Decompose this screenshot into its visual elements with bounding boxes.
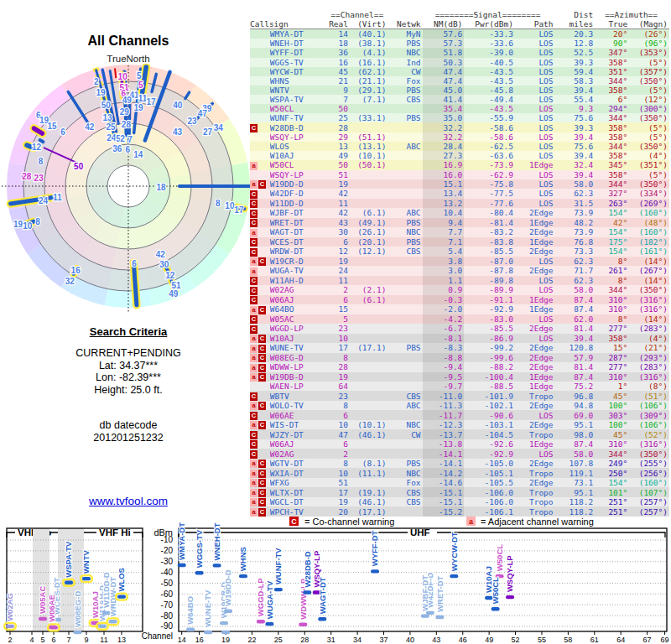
cell-miles: 58.0 bbox=[555, 449, 596, 459]
cell-real: 23 bbox=[328, 324, 350, 334]
co-channel-warning-badge: C bbox=[258, 364, 266, 372]
cell-real: 30 bbox=[328, 227, 350, 237]
table-row: CW05AC5-4.2-83.0LOS62.08°(14°) bbox=[250, 314, 669, 325]
cell-miles: 118.2 bbox=[555, 497, 596, 507]
cell-warnings: C bbox=[250, 429, 270, 439]
x-axis-tick-label: 14 bbox=[178, 636, 186, 644]
cell-azimuth-true: 90° bbox=[595, 39, 629, 48]
y-axis-tick-label: -30 bbox=[161, 557, 174, 566]
cell-netwk bbox=[388, 104, 422, 113]
cell-nm: 47.4 bbox=[423, 76, 465, 86]
co-channel-warning-badge: C bbox=[258, 373, 266, 382]
cell-miles: 12.8 bbox=[555, 39, 596, 48]
cell-real: 6 bbox=[328, 237, 350, 247]
cell-path: LOS bbox=[515, 257, 555, 267]
cell-miles: 39.4 bbox=[555, 132, 596, 142]
cell-pwr: -63.6 bbox=[464, 151, 515, 160]
cell-warnings bbox=[250, 39, 270, 48]
cell-nm: 27.3 bbox=[423, 151, 465, 160]
cell-warnings: C bbox=[250, 276, 270, 286]
table-row: aCWGCL-DT19(46.1)CBS-15.1-106.0Tropo118.… bbox=[250, 497, 669, 507]
cell-azimuth-true: 261° bbox=[595, 266, 629, 276]
radar-channel-label: 28 bbox=[22, 172, 32, 181]
co-channel-warning-badge: C bbox=[250, 287, 257, 295]
cell-warnings: C bbox=[250, 324, 270, 334]
cell-real: 51 bbox=[328, 170, 350, 179]
station-label: W06AE bbox=[47, 595, 56, 622]
cell-azimuth-true: 250° bbox=[595, 468, 629, 478]
cell-path: LOS bbox=[515, 48, 555, 57]
cell-nm: 15.1 bbox=[423, 179, 465, 190]
cell-path: LOS bbox=[515, 67, 555, 76]
cell-azimuth-true: 154° bbox=[595, 227, 629, 237]
cell-azimuth-true: 358° bbox=[595, 151, 629, 160]
cell-azimuth-magnetic: (182°) bbox=[629, 237, 669, 247]
cell-callsign: WGGS-TV bbox=[270, 58, 328, 67]
cell-path: 2Edge bbox=[515, 478, 555, 488]
cell-nm: -14.1 bbox=[423, 459, 465, 469]
station-marker bbox=[195, 571, 204, 574]
radar-channel-label: 34 bbox=[214, 123, 224, 132]
cell-netwk bbox=[388, 151, 422, 160]
cell-nm: -9.5 bbox=[423, 372, 465, 382]
cell-miles: 75.2 bbox=[555, 382, 596, 391]
cell-virt: (12.1) bbox=[350, 247, 388, 257]
x-axis-title: Channel bbox=[142, 631, 173, 641]
cell-miles: 95.1 bbox=[555, 420, 596, 430]
cell-miles: 75.6 bbox=[555, 113, 596, 122]
cell-azimuth-true: 347° bbox=[595, 48, 629, 57]
cell-miles: 107.8 bbox=[555, 459, 596, 469]
tvfool-link-wrap: www.tvfool.com bbox=[0, 495, 257, 507]
cell-nm: 3.0 bbox=[423, 266, 465, 276]
cell-azimuth-true: 1° bbox=[595, 382, 629, 391]
cell-netwk: CW bbox=[388, 67, 422, 76]
cell-netwk bbox=[388, 449, 422, 459]
x-axis-tick-label: 43 bbox=[432, 636, 440, 644]
station-label: WLOS bbox=[117, 568, 126, 592]
cell-miles: 69.0 bbox=[555, 410, 596, 420]
adjacent-warning-badge: a bbox=[250, 306, 257, 314]
cell-miles: 87.4 bbox=[555, 439, 596, 449]
cell-callsign: WOLO-TV bbox=[270, 401, 328, 411]
cell-pwr: -85.5 bbox=[464, 324, 515, 334]
cell-path: LOS bbox=[515, 314, 555, 325]
cell-miles: 31.5 bbox=[555, 199, 596, 209]
search-mode: CURRENT+PENDING bbox=[0, 347, 257, 360]
cell-azimuth-magnetic: (283°) bbox=[629, 324, 669, 334]
cell-virt bbox=[350, 257, 388, 267]
radar-channel-label: 27 bbox=[203, 127, 213, 137]
station-label: W08EG-D bbox=[73, 591, 82, 627]
cell-pwr: -39.0 bbox=[464, 48, 515, 57]
cell-virt: (10.1) bbox=[350, 420, 388, 430]
cell-azimuth-magnetic: (5°) bbox=[629, 170, 669, 179]
cell-pwr: -99.6 bbox=[464, 353, 515, 363]
cell-azimuth-true: 175° bbox=[595, 237, 629, 247]
cell-warnings bbox=[250, 142, 270, 151]
cell-azimuth-magnetic: (5°) bbox=[629, 86, 669, 95]
cell-nm: -2.0 bbox=[423, 304, 465, 314]
station-marker bbox=[303, 590, 311, 594]
adjacent-warning-badge: a bbox=[250, 345, 257, 353]
cell-callsign: W10AJ bbox=[270, 151, 328, 160]
cell-nm: -14.1 bbox=[423, 449, 465, 459]
cell-azimuth-true: 358° bbox=[595, 58, 629, 67]
station-marker bbox=[239, 574, 247, 578]
cell-nm: -8.8 bbox=[423, 353, 465, 363]
cell-azimuth-magnetic: (350°) bbox=[629, 179, 669, 190]
cell-azimuth-magnetic: (14°) bbox=[629, 276, 669, 286]
tvfool-link[interactable]: www.tvfool.com bbox=[89, 495, 168, 507]
cell-real: 43 bbox=[328, 218, 350, 228]
cell-azimuth-true: 358° bbox=[595, 86, 629, 95]
cell-netwk bbox=[388, 353, 422, 363]
adjacent-warning-badge: a bbox=[250, 460, 257, 468]
band-label-uhf: UHF bbox=[410, 527, 430, 538]
radar-channel-label: 47 bbox=[198, 109, 208, 118]
cell-real: 6 bbox=[328, 295, 350, 305]
station-marker bbox=[224, 610, 232, 613]
x-axis-tick-label: 16 bbox=[195, 636, 204, 644]
cell-path: LOS bbox=[515, 285, 555, 295]
cell-real: 6 bbox=[328, 410, 350, 420]
cell-callsign: W50CL bbox=[270, 160, 328, 170]
cell-real: 28 bbox=[328, 362, 350, 372]
cell-miles: 71.7 bbox=[555, 266, 596, 276]
